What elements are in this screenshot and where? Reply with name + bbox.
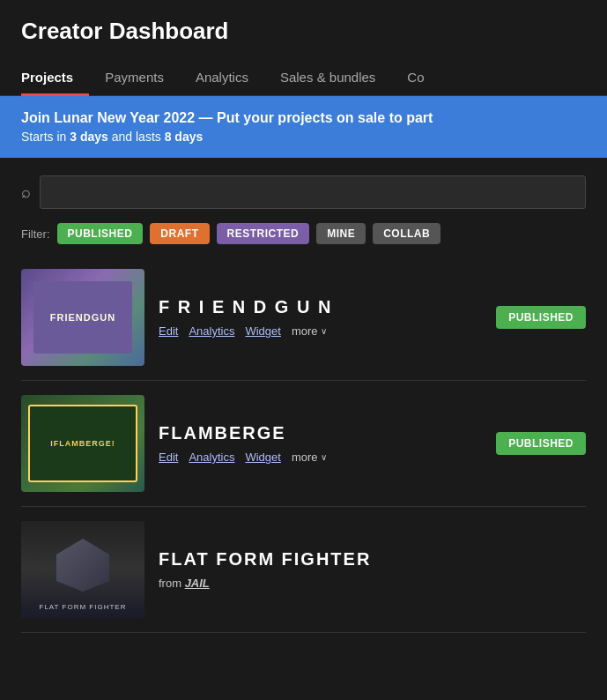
- tab-payments[interactable]: Payments: [89, 59, 180, 95]
- filter-label: Filter:: [21, 227, 50, 241]
- project-info-flamberge: FLAMBERGE Edit Analytics Widget more ∨: [159, 423, 482, 464]
- project-actions-friendgun: Edit Analytics Widget more ∨: [159, 324, 482, 338]
- banner-title: Join Lunar New Year 2022 — Put your proj…: [21, 110, 586, 126]
- filter-row: Filter: PUBLISHED DRAFT RESTRICTED MINE …: [0, 216, 607, 255]
- project-right-friendgun: PUBLISHED: [496, 306, 586, 329]
- project-thumb-flatform[interactable]: FLAT FORM FIGHTER: [21, 521, 144, 618]
- project-right-flamberge: PUBLISHED: [496, 432, 586, 455]
- project-name-flatform: FLAT FORM FIGHTER: [159, 549, 586, 570]
- filter-published-button[interactable]: PUBLISHED: [57, 223, 144, 244]
- project-item-friendgun: FRIENDGUN F R I E N D G U N Edit Analyti…: [21, 255, 586, 381]
- project-sub-flatform: from JAIL: [159, 577, 586, 590]
- thumb-label-friendgun: FRIENDGUN: [33, 281, 132, 354]
- analytics-link-flamberge[interactable]: Analytics: [189, 451, 234, 464]
- thumb-label-flatform: FLAT FORM FIGHTER: [40, 603, 127, 611]
- filter-restricted-button[interactable]: RESTRICTED: [217, 223, 310, 244]
- tab-co[interactable]: Co: [391, 59, 440, 95]
- filter-mine-button[interactable]: MINE: [316, 223, 366, 244]
- project-item-flatform: FLAT FORM FIGHTER FLAT FORM FIGHTER from…: [21, 507, 586, 633]
- jail-link[interactable]: JAIL: [185, 577, 210, 590]
- chevron-down-icon: ∨: [321, 452, 327, 462]
- status-badge-friendgun: PUBLISHED: [496, 306, 586, 329]
- nav-tabs: Projects Payments Analytics Sales & bund…: [0, 59, 607, 96]
- filter-draft-button[interactable]: DRAFT: [150, 223, 209, 244]
- project-list: FRIENDGUN F R I E N D G U N Edit Analyti…: [0, 255, 607, 633]
- widget-link-flamberge[interactable]: Widget: [245, 451, 280, 464]
- more-button-flamberge[interactable]: more ∨: [292, 451, 327, 464]
- page-title: Creator Dashboard: [21, 18, 586, 45]
- banner-subtitle: Starts in 3 days and lasts 8 days: [21, 130, 586, 144]
- project-thumb-flamberge[interactable]: iFLAMBERGE!: [21, 395, 144, 492]
- project-thumb-friendgun[interactable]: FRIENDGUN: [21, 269, 144, 366]
- project-name-flamberge: FLAMBERGE: [159, 423, 482, 443]
- search-area: ⌕: [0, 158, 607, 216]
- header: Creator Dashboard: [0, 0, 607, 59]
- tab-analytics[interactable]: Analytics: [180, 59, 264, 95]
- analytics-link-friendgun[interactable]: Analytics: [189, 324, 234, 338]
- project-actions-flamberge: Edit Analytics Widget more ∨: [159, 451, 482, 464]
- project-item-flamberge: iFLAMBERGE! FLAMBERGE Edit Analytics Wid…: [21, 381, 586, 507]
- project-info-friendgun: F R I E N D G U N Edit Analytics Widget …: [159, 297, 482, 338]
- search-input[interactable]: [40, 175, 586, 209]
- widget-link-friendgun[interactable]: Widget: [245, 324, 280, 338]
- project-name-friendgun: F R I E N D G U N: [159, 297, 482, 317]
- status-badge-flamberge: PUBLISHED: [496, 432, 586, 455]
- edit-link-friendgun[interactable]: Edit: [159, 324, 178, 338]
- thumb-label-flamberge: iFLAMBERGE!: [28, 405, 137, 482]
- more-button-friendgun[interactable]: more ∨: [292, 324, 327, 338]
- project-info-flatform: FLAT FORM FIGHTER from JAIL: [159, 549, 586, 590]
- promo-banner[interactable]: Join Lunar New Year 2022 — Put your proj…: [0, 96, 607, 158]
- thumb-shape-flatform: [56, 539, 109, 592]
- edit-link-flamberge[interactable]: Edit: [159, 451, 178, 464]
- filter-collab-button[interactable]: COLLAB: [373, 223, 440, 244]
- tab-sales-bundles[interactable]: Sales & bundles: [264, 59, 391, 95]
- tab-projects[interactable]: Projects: [21, 59, 89, 95]
- search-icon: ⌕: [21, 183, 31, 202]
- chevron-down-icon: ∨: [321, 326, 327, 336]
